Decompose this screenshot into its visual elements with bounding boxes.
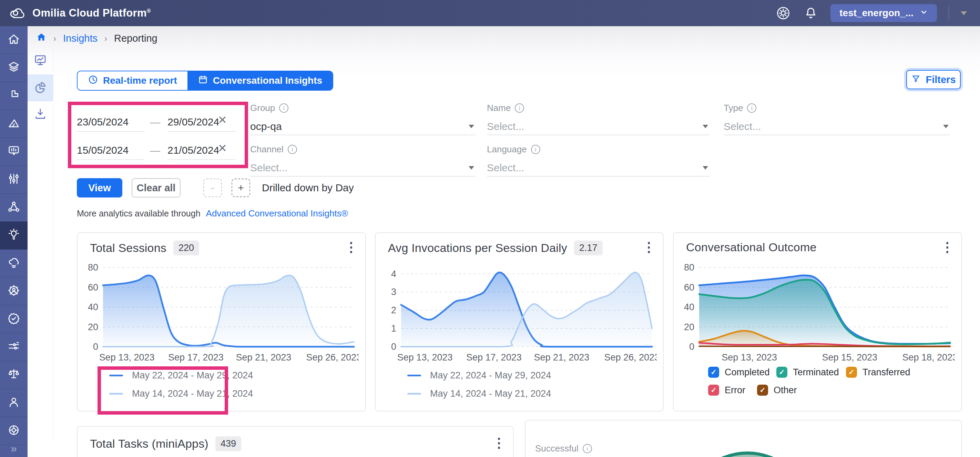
sidebar-item-deploy[interactable] [0, 250, 27, 277]
info-icon[interactable]: i [583, 444, 592, 453]
legend-item[interactable]: May 14, 2024 - May 21, 2024 [407, 389, 551, 399]
svg-text:1: 1 [391, 323, 396, 334]
svg-text:0: 0 [93, 342, 98, 352]
kebab-menu-icon[interactable]: ⋮ [642, 240, 655, 254]
legend-checkbox-error[interactable]: ✓Error [708, 385, 745, 396]
svg-text:20: 20 [88, 322, 98, 332]
date-range-dash: — [150, 145, 160, 156]
home-icon[interactable] [36, 32, 46, 45]
caret-down-icon [469, 166, 474, 170]
sidebar-item-dialogs[interactable] [0, 138, 27, 166]
notifications-icon[interactable] [803, 5, 819, 21]
circuit-icon [7, 339, 21, 355]
legend-checkbox-terminated[interactable]: ✓Terminated [776, 367, 839, 378]
sidebar-item-orchestrator[interactable] [0, 194, 27, 221]
clock-icon [88, 75, 98, 87]
advanced-insights-link[interactable]: Advanced Conversational Insights® [206, 208, 348, 219]
breadcrumb-insights[interactable]: Insights [63, 33, 97, 44]
legend-checkbox-other[interactable]: ✓Other [757, 385, 797, 396]
molecule-icon [7, 200, 21, 215]
lightbulb-icon [7, 228, 21, 243]
checkbox-checked-icon[interactable]: ✓ [708, 385, 719, 396]
subnav-item-reporting[interactable] [27, 75, 53, 101]
name-select[interactable]: Select... [487, 118, 710, 135]
tab-realtime-report[interactable]: Real-time report [78, 71, 188, 90]
legend-checkbox-transferred[interactable]: ✓Transferred [846, 367, 910, 378]
kebab-menu-icon[interactable]: ⋮ [345, 240, 358, 254]
secondary-sidebar: » [27, 48, 53, 440]
language-select[interactable]: Select... [487, 159, 710, 177]
total-badge: 220 [173, 240, 199, 255]
date-from-input-1[interactable]: 23/05/2024 [77, 110, 145, 132]
info-icon[interactable]: i [288, 145, 297, 154]
info-icon[interactable]: i [747, 104, 756, 113]
legend-checkbox-completed[interactable]: ✓Completed [708, 367, 770, 378]
svg-text:40: 40 [88, 302, 98, 312]
legend-item[interactable]: May 22, 2024 - May 29, 2024 [109, 370, 253, 381]
successful-gauge [682, 452, 813, 457]
checkbox-checked-icon[interactable]: ✓ [757, 385, 768, 396]
sidebar-item-builder[interactable] [0, 82, 27, 110]
sidebar-collapse-button[interactable]: » [0, 440, 27, 457]
sidebar-item-tuning[interactable] [0, 166, 27, 194]
drill-plus-button[interactable]: + [232, 178, 250, 197]
subnav-item-export[interactable] [27, 101, 53, 128]
svg-text:80: 80 [88, 263, 98, 272]
sidebar-item-user-settings[interactable] [0, 277, 27, 305]
sidebar-item-compliance[interactable] [0, 361, 27, 389]
download-icon [33, 107, 48, 123]
account-switcher-button[interactable]: test_energon_... [830, 4, 937, 22]
tab-conversational-insights[interactable]: Conversational Insights [188, 71, 332, 90]
checkbox-checked-icon[interactable]: ✓ [846, 367, 857, 378]
filters-button[interactable]: Filters [906, 70, 961, 89]
svg-text:20: 20 [684, 322, 694, 332]
caret-down-icon[interactable] [961, 11, 967, 15]
sidebar-item-miniapps[interactable] [0, 54, 27, 82]
group-select[interactable]: ocp-qa [250, 118, 476, 135]
caret-down-icon [703, 166, 708, 170]
sliders-icon [7, 172, 21, 187]
caret-down-icon [703, 125, 708, 128]
sidebar-item-home[interactable] [0, 26, 27, 54]
subnav-item-dashboards[interactable] [27, 48, 53, 75]
funnel-icon [911, 74, 921, 86]
checkbox-checked-icon[interactable]: ✓ [708, 367, 719, 378]
view-button[interactable]: View [77, 178, 123, 197]
sidebar-item-users[interactable] [0, 389, 27, 417]
name-field: Namei Select... [487, 103, 710, 135]
info-icon[interactable]: i [531, 145, 540, 154]
sidebar-item-measure[interactable] [0, 110, 27, 138]
date-from-input-2[interactable]: 15/05/2024 [77, 138, 145, 160]
settings-icon[interactable] [775, 5, 791, 21]
sidebar-item-quality[interactable] [0, 305, 27, 333]
dashboard-chart-icon [33, 53, 48, 69]
info-icon[interactable]: i [279, 104, 288, 113]
svg-text:Sep 21, 2023: Sep 21, 2023 [236, 352, 291, 363]
info-icon[interactable]: i [515, 104, 524, 113]
card-title: Conversational Outcome [686, 240, 817, 254]
checkbox-checked-icon[interactable]: ✓ [776, 367, 788, 378]
sidebar-item-integrations[interactable] [0, 333, 27, 361]
clear-date-range-2-icon[interactable]: ✕ [218, 143, 227, 154]
drill-down-label: Drilled down by Day [262, 182, 354, 194]
caret-down-icon [469, 125, 474, 128]
kebab-menu-icon[interactable]: ⋮ [941, 240, 954, 254]
ruler-triangle-icon [7, 116, 21, 131]
legend-item[interactable]: May 22, 2024 - May 29, 2024 [407, 370, 551, 381]
clear-date-range-1-icon[interactable]: ✕ [218, 115, 227, 126]
type-field: Typei Select... [724, 103, 950, 135]
svg-text:Sep 13, 2023: Sep 13, 2023 [397, 352, 453, 363]
total-sessions-card: Total Sessions 220 ⋮ 020406080Sep 13, 20… [77, 232, 366, 411]
clear-all-button[interactable]: Clear all [132, 178, 181, 197]
type-select[interactable]: Select... [724, 118, 950, 135]
avg-badge: 2.17 [574, 240, 603, 255]
channel-select[interactable]: Select... [250, 159, 476, 177]
chart-legend: May 22, 2024 - May 29, 2024 May 14, 2024… [109, 370, 253, 399]
brand-title: Omilia Cloud Platform® [32, 7, 151, 19]
svg-text:4: 4 [391, 269, 396, 279]
svg-text:Sep 18, 2023: Sep 18, 2023 [902, 352, 955, 363]
sidebar-item-insights[interactable] [0, 221, 27, 250]
kebab-menu-icon[interactable]: ⋮ [492, 436, 506, 449]
drill-minus-button[interactable]: - [203, 178, 222, 197]
legend-item[interactable]: May 14, 2024 - May 21, 2024 [109, 389, 253, 399]
